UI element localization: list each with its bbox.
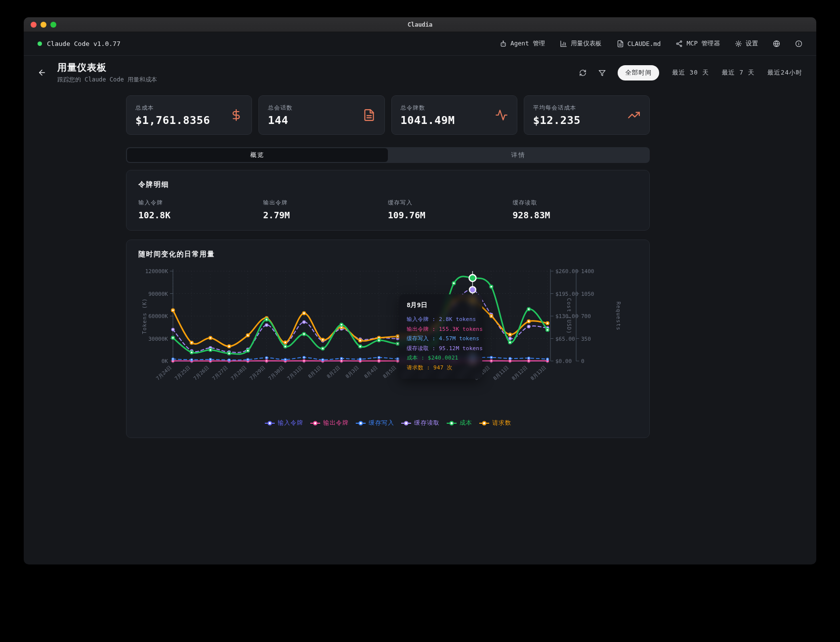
file-text-icon	[617, 40, 624, 47]
svg-text:7月26日: 7月26日	[192, 364, 210, 381]
svg-text:0K: 0K	[162, 358, 168, 364]
legend-label: 请求数	[492, 419, 511, 427]
tab-详情[interactable]: 详情	[388, 148, 649, 162]
legend-item-输出令牌[interactable]: 输出令牌	[310, 419, 349, 427]
svg-text:$260.00: $260.00	[555, 268, 578, 275]
legend-item-输入令牌[interactable]: 输入令牌	[264, 419, 303, 427]
svg-text:8月12日: 8月12日	[511, 364, 529, 381]
refresh-button[interactable]	[579, 69, 587, 77]
stat-label: 总会话数	[268, 104, 293, 112]
view-tabs: 概览详情	[126, 147, 650, 163]
time-filter-option[interactable]: 最近 7 天	[722, 69, 755, 77]
breakdown-item: 输入令牌 102.8K	[138, 199, 263, 220]
usage-line-chart[interactable]: 0K30000K60000K90000K120000KTokens (K)$0.…	[138, 263, 637, 386]
token-breakdown-grid: 输入令牌 102.8K输出令牌 2.79M缓存写入 109.76M缓存读取 92…	[138, 199, 637, 220]
breakdown-value: 2.79M	[263, 210, 388, 220]
back-button[interactable]	[38, 68, 46, 77]
breakdown-value: 928.83M	[513, 210, 638, 220]
legend-marker-icon	[264, 421, 275, 426]
bar-chart-icon	[560, 40, 567, 47]
tooltip-row: 输入令牌 : 2.8K tokens	[407, 315, 475, 324]
tooltip-row: 缓存读取 : 95.12M tokens	[407, 344, 475, 354]
nav-item-usage-dashboard[interactable]: 用量仪表板	[560, 40, 602, 48]
dollar-icon	[230, 109, 243, 121]
legend-marker-icon	[479, 421, 490, 426]
svg-text:1400: 1400	[581, 268, 594, 275]
breakdown-item: 输出令牌 2.79M	[263, 199, 388, 220]
legend-label: 输出令牌	[323, 419, 349, 427]
legend-marker-icon	[401, 421, 412, 426]
main-content: 总成本 $1,761.8356 总会话数 144 总令牌数 1041.49M 平…	[126, 95, 650, 438]
svg-text:8月2日: 8月2日	[326, 364, 341, 379]
nav-item-language[interactable]	[773, 40, 780, 47]
time-filter-option[interactable]: 最近 30 天	[672, 69, 709, 77]
svg-text:30000K: 30000K	[148, 336, 168, 342]
legend-item-请求数[interactable]: 请求数	[479, 419, 511, 427]
topbar-nav: Agent 管理用量仪表板CLAUDE.mdMCP 管理器设置	[500, 40, 802, 48]
svg-text:7月24日: 7月24日	[155, 364, 173, 381]
svg-text:8月11日: 8月11日	[492, 364, 510, 381]
time-filters: 全部时间最近 30 天最近 7 天最近24小时	[618, 65, 802, 80]
legend-item-缓存读取[interactable]: 缓存读取	[401, 419, 440, 427]
svg-text:350: 350	[581, 336, 591, 342]
filter-button[interactable]	[598, 69, 606, 77]
stat-label: 平均每会话成本	[533, 104, 581, 112]
app-window: Claudia Claude Code v1.0.77 Agent 管理用量仪表…	[24, 17, 816, 564]
stat-card: 平均每会话成本 $12.235	[524, 95, 650, 135]
globe-icon	[773, 40, 780, 47]
status-indicator: Claude Code v1.0.77	[38, 40, 121, 47]
svg-text:$65.00: $65.00	[555, 336, 575, 342]
nav-item-about[interactable]	[795, 40, 802, 47]
svg-text:7月30日: 7月30日	[267, 364, 285, 381]
tooltip-row: 成本 : $240.0021	[407, 353, 475, 363]
stat-card: 总令牌数 1041.49M	[391, 95, 517, 135]
token-breakdown-card: 令牌明细 输入令牌 102.8K输出令牌 2.79M缓存写入 109.76M缓存…	[126, 170, 650, 231]
titlebar: Claudia	[24, 17, 816, 32]
status-dot-icon	[38, 41, 42, 46]
tooltip-row: 缓存写入 : 4.57M tokens	[407, 334, 475, 344]
stat-card: 总成本 $1,761.8356	[126, 95, 252, 135]
time-filter-option[interactable]: 最近24小时	[767, 69, 802, 77]
stat-value: 1041.49M	[401, 114, 455, 126]
svg-text:700: 700	[581, 313, 591, 320]
nav-item-label: CLAUDE.md	[628, 40, 661, 47]
svg-text:$0.00: $0.00	[555, 358, 572, 364]
tooltip-row: 请求数 : 947 次	[407, 363, 475, 373]
maximize-window-button[interactable]	[50, 22, 56, 28]
time-filter-selected[interactable]: 全部时间	[618, 65, 659, 80]
stat-value: $1,761.8356	[135, 114, 210, 126]
usage-chart-card: 随时间变化的日常用量 0K30000K60000K90000K120000KTo…	[126, 240, 650, 438]
nav-item-label: 用量仪表板	[571, 40, 602, 48]
gear-icon	[735, 40, 742, 47]
stat-label: 总成本	[135, 104, 210, 112]
svg-text:8月4日: 8月4日	[363, 364, 378, 379]
svg-text:90000K: 90000K	[148, 291, 168, 297]
breakdown-value: 102.8K	[138, 210, 263, 220]
svg-text:8月5日: 8月5日	[382, 364, 397, 379]
legend-item-成本[interactable]: 成本	[446, 419, 472, 427]
close-window-button[interactable]	[31, 22, 37, 28]
svg-text:Tokens (K): Tokens (K)	[141, 298, 147, 334]
tooltip-rows: 输入令牌 : 2.8K tokens输出令牌 : 155.3K tokens缓存…	[407, 315, 475, 372]
svg-text:7月25日: 7月25日	[174, 364, 192, 381]
nav-item-agents[interactable]: Agent 管理	[500, 40, 545, 48]
page-subtitle: 跟踪您的 Claude Code 用量和成本	[57, 76, 157, 84]
chart-tooltip: 8月9日 输入令牌 : 2.8K tokens输出令牌 : 155.3K tok…	[399, 294, 482, 379]
tab-概览[interactable]: 概览	[127, 148, 388, 162]
svg-text:0: 0	[581, 358, 585, 364]
legend-marker-icon	[310, 421, 321, 426]
page-title: 用量仪表板	[57, 61, 157, 74]
nav-item-settings[interactable]: 设置	[735, 40, 758, 48]
breakdown-label: 输出令牌	[263, 199, 388, 206]
network-icon	[675, 40, 683, 47]
legend-item-缓存写入[interactable]: 缓存写入	[355, 419, 394, 427]
nav-item-mcp-manager[interactable]: MCP 管理器	[675, 40, 720, 48]
legend-label: 缓存写入	[369, 419, 394, 427]
minimize-window-button[interactable]	[41, 22, 46, 28]
chart-legend: 输入令牌 输出令牌 缓存写入 缓存读取 成本 请求数	[138, 419, 637, 427]
nav-item-claude-md[interactable]: CLAUDE.md	[617, 40, 661, 47]
legend-marker-icon	[355, 421, 366, 426]
legend-label: 缓存读取	[414, 419, 440, 427]
svg-text:120000K: 120000K	[145, 268, 168, 275]
nav-item-label: MCP 管理器	[686, 40, 720, 48]
